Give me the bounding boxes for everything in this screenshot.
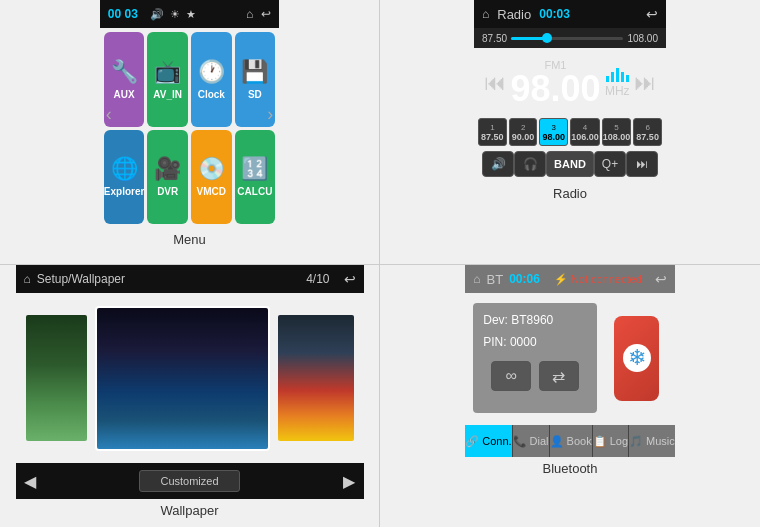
preset-3-num: 3 bbox=[552, 123, 556, 132]
bt-nav-log[interactable]: 📋 Log bbox=[593, 425, 629, 457]
bar-5 bbox=[626, 75, 629, 82]
bar-1 bbox=[606, 76, 609, 82]
menu-next-arrow[interactable]: › bbox=[267, 104, 273, 125]
wallpaper-next-arrow[interactable]: ▶ bbox=[343, 472, 355, 491]
preset-2-freq: 90.00 bbox=[512, 132, 535, 142]
wp-green-bg bbox=[26, 315, 87, 441]
home-icon: ⌂ bbox=[246, 7, 253, 21]
radio-preset-5[interactable]: 5 108.00 bbox=[602, 118, 632, 146]
menu-item-av[interactable]: 📺 AV_IN bbox=[147, 32, 188, 127]
bt-status-icon: ⚡ bbox=[554, 273, 568, 286]
dvr-label: DVR bbox=[157, 186, 178, 197]
bt-disconnect-button[interactable]: ∞ bbox=[491, 361, 531, 391]
radio-progress-dot bbox=[542, 33, 552, 43]
book-label: Book bbox=[567, 435, 592, 447]
wallpaper-label: Wallpaper bbox=[0, 499, 379, 522]
wallpaper-back-icon[interactable]: ↩ bbox=[344, 271, 356, 287]
dial-icon: 📞 bbox=[513, 435, 527, 448]
wallpaper-prev-arrow[interactable]: ◀ bbox=[24, 472, 36, 491]
menu-item-dvr[interactable]: 🎥 DVR bbox=[147, 130, 188, 225]
radio-favorite-button[interactable]: Q+ bbox=[594, 151, 626, 177]
bt-nav-dial[interactable]: 📞 Dial bbox=[513, 425, 550, 457]
bt-connect-button[interactable]: ⇄ bbox=[539, 361, 579, 391]
radio-preset-3[interactable]: 3 98.00 bbox=[539, 118, 568, 146]
bar-3 bbox=[616, 68, 619, 82]
wallpaper-customized-button[interactable]: Customized bbox=[139, 470, 239, 492]
radio-headphone-button[interactable]: 🎧 bbox=[514, 151, 546, 177]
radio-max-freq: 108.00 bbox=[627, 33, 658, 44]
aux-icon: 🔧 bbox=[111, 59, 138, 85]
music-icon: 🎵 bbox=[629, 435, 643, 448]
radio-unit-display: MHz bbox=[605, 68, 630, 98]
bt-device-name: Dev: BT8960 bbox=[483, 313, 586, 327]
calcu-label: CALCU bbox=[237, 186, 272, 197]
vmcd-icon: 💿 bbox=[198, 156, 225, 182]
book-icon: 👤 bbox=[550, 435, 564, 448]
menu-screen: 00 03 🔊 ☀ ★ ⌂ ↩ 🔧 AUX 📺 AV_IN bbox=[100, 0, 279, 228]
av-icon: 📺 bbox=[154, 59, 181, 85]
menu-item-clock[interactable]: 🕐 Clock bbox=[191, 32, 232, 127]
log-label: Log bbox=[610, 435, 628, 447]
wallpaper-thumb-1[interactable] bbox=[24, 313, 89, 443]
bt-nav-conn[interactable]: 🔗 Conn. bbox=[465, 425, 512, 457]
preset-1-freq: 87.50 bbox=[481, 132, 504, 142]
preset-5-freq: 108.00 bbox=[603, 132, 631, 142]
radio-preset-1[interactable]: 1 87.50 bbox=[478, 118, 507, 146]
preset-1-num: 1 bbox=[490, 123, 494, 132]
menu-item-calcu[interactable]: 🔢 CALCU bbox=[235, 130, 276, 225]
preset-2-num: 2 bbox=[521, 123, 525, 132]
radio-title: Radio bbox=[497, 7, 531, 22]
conn-label: Conn. bbox=[482, 435, 511, 447]
radio-main: ⏮ FM1 98.00 MHz ⏭ bbox=[474, 48, 666, 118]
wallpaper-thumb-3[interactable] bbox=[276, 313, 356, 443]
radio-preset-4[interactable]: 4 106.00 bbox=[570, 118, 600, 146]
wallpaper-thumb-2-active[interactable] bbox=[95, 306, 270, 451]
wp-mountain-bg bbox=[278, 315, 354, 441]
bt-nav-music[interactable]: 🎵 Music bbox=[629, 425, 675, 457]
menu-status-icons: 🔊 ☀ ★ bbox=[150, 8, 196, 21]
radio-back-icon[interactable]: ↩ bbox=[646, 6, 658, 22]
bt-home-icon: ⌂ bbox=[473, 272, 480, 286]
radio-next-button[interactable]: ⏭ bbox=[634, 70, 656, 96]
radio-panel: ⌂ Radio 00:03 ↩ 87.50 108.00 ⏮ FM1 98.00 bbox=[380, 0, 760, 265]
bt-back-icon[interactable]: ↩ bbox=[655, 271, 667, 287]
bt-time: 00:06 bbox=[509, 272, 540, 286]
clock-icon: 🕐 bbox=[198, 59, 225, 85]
radio-preset-6[interactable]: 6 87.50 bbox=[633, 118, 662, 146]
radio-prev-button[interactable]: ⏮ bbox=[484, 70, 506, 96]
menu-time: 00 03 bbox=[108, 7, 138, 21]
bar-4 bbox=[621, 72, 624, 82]
menu-prev-arrow[interactable]: ‹ bbox=[106, 104, 112, 125]
bt-connection-status: ⚡ Not connected bbox=[554, 273, 642, 286]
radio-preset-2[interactable]: 2 90.00 bbox=[509, 118, 538, 146]
bt-topbar: ⌂ BT 00:06 ⚡ Not connected ↩ bbox=[465, 265, 674, 293]
radio-volume-button[interactable]: 🔊 bbox=[482, 151, 514, 177]
bt-phone-image: ❄ bbox=[607, 303, 667, 413]
bt-nav-book[interactable]: 👤 Book bbox=[550, 425, 593, 457]
radio-band-button[interactable]: BAND bbox=[546, 151, 594, 177]
menu-item-vmcd[interactable]: 💿 VMCD bbox=[191, 130, 232, 225]
back-icon[interactable]: ↩ bbox=[261, 7, 271, 21]
bluetooth-screen: ⌂ BT 00:06 ⚡ Not connected ↩ Dev: BT8960… bbox=[465, 265, 674, 457]
bt-content: Dev: BT8960 PIN: 0000 ∞ ⇄ ❄ bbox=[465, 293, 674, 423]
radio-skip-button[interactable]: ⏭ bbox=[626, 151, 658, 177]
bt-pin: PIN: 0000 bbox=[483, 335, 586, 349]
music-label: Music bbox=[646, 435, 675, 447]
menu-topbar: 00 03 🔊 ☀ ★ ⌂ ↩ bbox=[100, 0, 279, 28]
bt-action-buttons: ∞ ⇄ bbox=[483, 361, 586, 391]
radio-label: Radio bbox=[380, 182, 760, 205]
dvr-icon: 🎥 bbox=[154, 156, 181, 182]
menu-item-explorer[interactable]: 🌐 Explorer bbox=[104, 130, 145, 225]
sd-icon: 💾 bbox=[241, 59, 268, 85]
radio-seek-bar[interactable] bbox=[511, 37, 623, 40]
conn-icon: 🔗 bbox=[465, 435, 479, 448]
wallpaper-panel: ⌂ Setup/Wallpaper 4/10 ↩ ◀ Customized bbox=[0, 265, 380, 527]
preset-4-num: 4 bbox=[583, 123, 587, 132]
clock-label: Clock bbox=[198, 89, 225, 100]
explorer-label: Explorer bbox=[104, 186, 145, 197]
radio-progress-bar-container: 87.50 108.00 bbox=[474, 28, 666, 48]
preset-6-num: 6 bbox=[645, 123, 649, 132]
radio-home-icon: ⌂ bbox=[482, 7, 489, 21]
radio-presets: 1 87.50 2 90.00 3 98.00 4 106.00 5 108 bbox=[474, 118, 666, 146]
av-label: AV_IN bbox=[153, 89, 182, 100]
